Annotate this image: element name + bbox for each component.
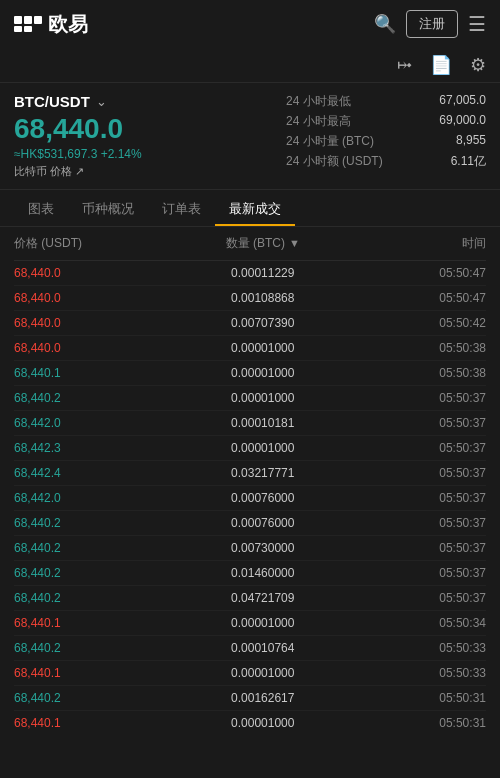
stat-label-vol-btc: 24 小时量 (BTC) [286,133,374,150]
trade-amount: 0.00001000 [167,341,358,355]
trade-time: 05:50:37 [358,441,486,455]
trade-time: 05:50:37 [358,491,486,505]
hk-price: ≈HK$531,697.3 +2.14% [14,147,286,161]
table-row: 68,440.2 0.01460000 05:50:37 [14,561,486,586]
header: 欧易 🔍 注册 ☰ [0,0,500,48]
price-section: BTC/USDT ⌄ 68,440.0 ≈HK$531,697.3 +2.14%… [0,83,500,190]
trade-price: 68,442.0 [14,491,167,505]
svg-rect-4 [24,26,32,32]
table-row: 68,440.0 0.00001000 05:50:38 [14,336,486,361]
table-row: 68,442.4 0.03217771 05:50:37 [14,461,486,486]
trade-price: 68,440.2 [14,391,167,405]
table-row: 68,442.0 0.00010181 05:50:37 [14,411,486,436]
register-button[interactable]: 注册 [406,10,458,38]
trade-amount: 0.00707390 [167,316,358,330]
trade-amount: 0.00001000 [167,366,358,380]
trade-amount: 0.00001000 [167,716,358,730]
pair-name: BTC/USDT [14,93,90,110]
trade-amount: 0.00010181 [167,416,358,430]
menu-icon[interactable]: ☰ [468,12,486,36]
trade-price: 68,442.4 [14,466,167,480]
stat-label-high: 24 小时最高 [286,113,351,130]
stat-value-vol-usdt: 6.11亿 [451,153,486,170]
stat-label-low: 24 小时最低 [286,93,351,110]
trade-amount: 0.01460000 [167,566,358,580]
search-icon[interactable]: 🔍 [374,13,396,35]
table-row: 68,442.3 0.00001000 05:50:37 [14,436,486,461]
trade-amount: 0.00001000 [167,616,358,630]
header-right: 🔍 注册 ☰ [374,10,486,38]
table-row: 68,440.1 0.00001000 05:50:33 [14,661,486,686]
logo: 欧易 [14,11,88,38]
trade-price: 68,440.1 [14,666,167,680]
trade-price: 68,440.1 [14,616,167,630]
trade-time: 05:50:37 [358,416,486,430]
logo-text: 欧易 [48,11,88,38]
tab-coin-overview[interactable]: 币种概况 [68,190,148,226]
trade-time: 05:50:34 [358,616,486,630]
trade-amount: 0.00076000 [167,491,358,505]
trade-price: 68,440.2 [14,516,167,530]
table-row: 68,440.0 0.00011229 05:50:47 [14,261,486,286]
trade-time: 05:50:33 [358,641,486,655]
trade-amount: 0.04721709 [167,591,358,605]
price-right: 24 小时最低 67,005.0 24 小时最高 69,000.0 24 小时量… [286,93,486,179]
stat-value-low: 67,005.0 [439,93,486,110]
table-row: 68,440.1 0.00001000 05:50:38 [14,361,486,386]
trade-time: 05:50:37 [358,516,486,530]
trade-amount: 0.00010764 [167,641,358,655]
col-header-time: 时间 [358,235,486,252]
table-row: 68,440.2 0.04721709 05:50:37 [14,586,486,611]
table-row: 68,440.2 0.00730000 05:50:37 [14,536,486,561]
stat-row-low: 24 小时最低 67,005.0 [286,93,486,110]
tab-order-book[interactable]: 订单表 [148,190,215,226]
trade-time: 05:50:37 [358,591,486,605]
hk-price-value: ≈HK$531,697.3 [14,147,97,161]
table-row: 68,440.2 0.00001000 05:50:37 [14,386,486,411]
pair-dropdown-icon[interactable]: ⌄ [96,94,107,109]
table-row: 68,440.1 0.00001000 05:50:31 [14,711,486,735]
trade-time: 05:50:47 [358,266,486,280]
trade-time: 05:50:42 [358,316,486,330]
col-header-price: 价格 (USDT) [14,235,167,252]
chart-line-icon[interactable]: ⤠ [397,54,412,76]
svg-rect-3 [14,26,22,32]
trade-price: 68,440.0 [14,291,167,305]
trade-amount: 0.00730000 [167,541,358,555]
tab-chart[interactable]: 图表 [14,190,68,226]
price-left: BTC/USDT ⌄ 68,440.0 ≈HK$531,697.3 +2.14%… [14,93,286,179]
stat-row-vol-btc: 24 小时量 (BTC) 8,955 [286,133,486,150]
trade-price: 68,440.2 [14,591,167,605]
main-price: 68,440.0 [14,114,286,145]
trade-price: 68,440.1 [14,366,167,380]
stat-label-vol-usdt: 24 小时额 (USDT) [286,153,383,170]
col-header-amount: 数量 (BTC) ▼ [167,235,358,252]
trade-price: 68,440.2 [14,691,167,705]
trade-amount: 0.00001000 [167,441,358,455]
svg-rect-0 [14,16,22,24]
trade-time: 05:50:37 [358,566,486,580]
external-link-icon: ↗ [75,165,84,178]
trade-time: 05:50:38 [358,341,486,355]
trade-amount: 0.00076000 [167,516,358,530]
trade-price: 68,440.0 [14,341,167,355]
trade-price: 68,440.2 [14,541,167,555]
stat-value-high: 69,000.0 [439,113,486,130]
table-row: 68,440.2 0.00010764 05:50:33 [14,636,486,661]
trade-amount: 0.03217771 [167,466,358,480]
tab-latest-trades[interactable]: 最新成交 [215,190,295,226]
pair-row: BTC/USDT ⌄ [14,93,286,110]
settings-icon[interactable]: ⚙ [470,54,486,76]
table-row: 68,440.0 0.00108868 05:50:47 [14,286,486,311]
trade-time: 05:50:31 [358,716,486,730]
stat-value-vol-btc: 8,955 [456,133,486,150]
btc-label: 比特币 价格 ↗ [14,164,286,179]
trade-price: 68,440.0 [14,266,167,280]
document-icon[interactable]: 📄 [430,54,452,76]
table-row: 68,440.0 0.00707390 05:50:42 [14,311,486,336]
table-row: 68,442.0 0.00076000 05:50:37 [14,486,486,511]
stat-row-high: 24 小时最高 69,000.0 [286,113,486,130]
filter-icon[interactable]: ▼ [289,237,300,249]
trade-time: 05:50:37 [358,466,486,480]
svg-rect-1 [24,16,32,24]
